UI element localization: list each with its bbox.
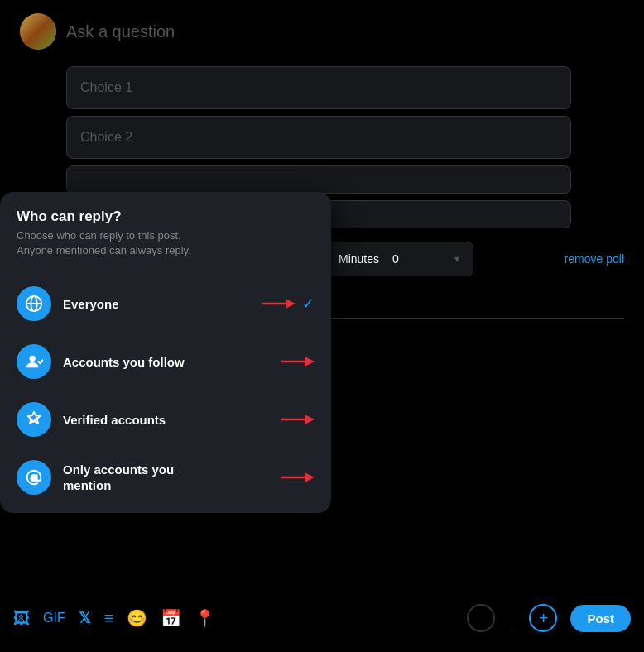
gif-icon[interactable]: GIF — [43, 611, 65, 626]
menu-item-accounts-follow[interactable]: Accounts you follow — [0, 333, 331, 391]
minutes-dropdown[interactable]: Minutes 0 ▾ — [324, 242, 473, 276]
accounts-follow-arrow — [281, 355, 315, 368]
post-button[interactable]: Post — [570, 605, 631, 632]
everyone-check: ✓ — [302, 295, 315, 313]
choice-2-input[interactable]: Choice 2 — [66, 116, 571, 159]
everyone-label: Everyone — [63, 297, 256, 311]
minutes-label: Minutes — [339, 252, 379, 266]
menu-item-everyone[interactable]: Everyone ✓ — [0, 275, 331, 333]
emoji-icon[interactable]: 😊 — [127, 608, 147, 628]
remove-poll-link[interactable]: remove poll — [565, 252, 624, 266]
verified-arrow — [281, 413, 315, 426]
menu-item-only-mention[interactable]: Only accounts youmention — [0, 448, 331, 506]
verified-label: Verified accounts — [63, 413, 275, 427]
dropdown-title: Who can reply? — [0, 209, 331, 225]
x-icon[interactable]: 𝕏 — [79, 609, 91, 627]
svg-marker-9 — [305, 415, 315, 424]
accounts-follow-icon — [17, 344, 51, 379]
choice-3-input[interactable] — [66, 165, 571, 194]
choice-1-input[interactable]: Choice 1 — [66, 66, 571, 109]
everyone-icon — [17, 286, 51, 321]
menu-item-verified[interactable]: Verified accounts — [0, 391, 331, 448]
ask-question-label: Ask a question — [66, 22, 175, 41]
image-icon[interactable]: 🖼 — [13, 609, 30, 628]
composer-header: Ask a question — [20, 13, 624, 50]
svg-point-5 — [30, 356, 36, 362]
minutes-value: 0 — [392, 252, 399, 266]
svg-marker-7 — [305, 357, 315, 367]
who-can-reply-dropdown: Who can reply? Choose who can reply to t… — [0, 192, 331, 513]
location-icon[interactable]: 📍 — [195, 608, 215, 628]
mention-icon — [17, 460, 51, 495]
bottom-toolbar: 🖼 GIF 𝕏 ≡ 😊 📅 📍 + Post — [0, 597, 644, 639]
svg-marker-4 — [286, 299, 296, 309]
plus-button[interactable]: + — [529, 604, 557, 632]
separator — [512, 606, 512, 630]
everyone-arrow — [262, 297, 296, 310]
verified-icon — [17, 402, 51, 437]
circle-button[interactable] — [467, 604, 495, 632]
calendar-icon[interactable]: 📅 — [161, 608, 181, 628]
svg-marker-12 — [305, 472, 315, 482]
avatar — [20, 13, 56, 50]
only-mention-label: Only accounts youmention — [63, 462, 275, 494]
minutes-chevron-icon: ▾ — [454, 253, 459, 265]
dropdown-subtitle: Choose who can reply to this post.Anyone… — [0, 228, 331, 258]
accounts-follow-label: Accounts you follow — [63, 355, 275, 369]
mention-arrow — [281, 471, 315, 484]
list-icon[interactable]: ≡ — [104, 609, 114, 628]
